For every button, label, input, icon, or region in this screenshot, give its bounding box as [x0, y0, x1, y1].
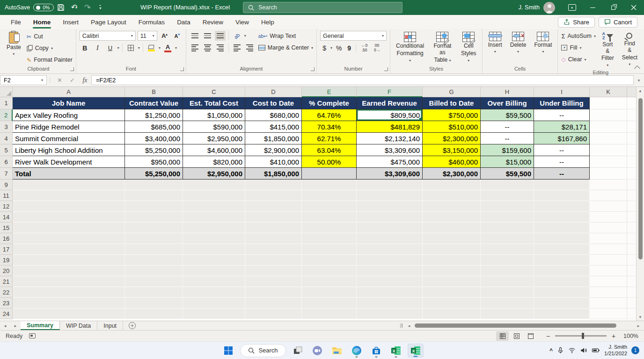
cell-H12[interactable] — [481, 201, 534, 212]
excel-active-button[interactable]: X — [408, 344, 424, 358]
cell-C2[interactable]: $1,050,000 — [183, 109, 245, 121]
align-middle-button[interactable] — [202, 31, 213, 41]
autosum-button[interactable]: Σ AutoSum ▾ — [561, 31, 595, 41]
cell-H1[interactable]: Over Billing — [481, 97, 534, 109]
cell-K9[interactable] — [590, 180, 627, 190]
font-color-button[interactable]: A — [162, 43, 173, 53]
cell-C12[interactable] — [183, 201, 245, 212]
cell-I12[interactable] — [534, 201, 590, 212]
cell-K11[interactable] — [590, 190, 627, 201]
zoom-slider-thumb[interactable] — [582, 333, 584, 339]
tab-view[interactable]: View — [229, 16, 255, 28]
cell-F3[interactable]: $481,829 — [357, 121, 423, 133]
cell-I19[interactable] — [534, 255, 590, 266]
row-header-17[interactable]: 17 — [0, 244, 13, 255]
customize-quick-access-button[interactable]: ▾ — [94, 1, 106, 14]
chat-button[interactable] — [309, 344, 325, 358]
font-size-combo[interactable]: 11 ▾ — [138, 31, 157, 41]
sort-filter-button[interactable]: AZ Sort & Filter ▾ — [599, 31, 616, 69]
cell-H20[interactable] — [481, 266, 534, 276]
align-right-button[interactable] — [215, 43, 226, 53]
font-name-combo[interactable]: Calibri ▾ — [80, 31, 136, 41]
cell-K5[interactable] — [590, 144, 627, 156]
cell-C7[interactable]: $2,950,000 — [183, 168, 245, 180]
column-header-C[interactable]: C — [183, 87, 245, 97]
cell-G5[interactable]: $3,150,000 — [423, 144, 481, 156]
normal-view-button[interactable] — [496, 331, 509, 341]
cell-A2[interactable]: Apex Valley Roofing — [13, 109, 125, 121]
cell-D14[interactable] — [245, 212, 302, 223]
scroll-left-button[interactable]: ◂ — [405, 323, 413, 328]
cell-D19[interactable] — [245, 255, 302, 266]
scroll-right-button[interactable]: ▸ — [635, 323, 642, 328]
insert-cells-button[interactable]: Insert ▾ — [486, 31, 505, 55]
horizontal-scroll-thumb[interactable] — [415, 323, 616, 328]
cell-F15[interactable] — [357, 223, 423, 233]
cell-A1[interactable]: Job Name — [13, 97, 125, 109]
zoom-in-button[interactable]: + — [610, 332, 617, 340]
cell-A24[interactable] — [13, 309, 125, 319]
cell-G16[interactable] — [423, 233, 481, 244]
format-cells-button[interactable]: Format ▾ — [532, 31, 554, 55]
cell-G24[interactable] — [423, 309, 481, 319]
cell-K16[interactable] — [590, 233, 627, 244]
italic-button[interactable]: I — [92, 43, 103, 53]
cell-D4[interactable]: $1,850,000 — [245, 133, 302, 144]
cell-C14[interactable] — [183, 212, 245, 223]
cell-A5[interactable]: Liberty High School Addition — [13, 144, 125, 156]
task-view-button[interactable] — [290, 344, 306, 358]
align-left-button[interactable] — [190, 43, 200, 53]
sheet-tab-input[interactable]: Input — [97, 321, 123, 330]
row-header-11[interactable]: 11 — [0, 190, 13, 201]
cell-C3[interactable]: $590,000 — [183, 121, 245, 133]
cell-F16[interactable] — [357, 233, 423, 244]
fill-handle[interactable] — [419, 118, 422, 120]
cell-A15[interactable] — [13, 223, 125, 233]
cell-B6[interactable]: $950,000 — [125, 156, 183, 168]
align-top-button[interactable] — [190, 31, 200, 41]
cell-E23[interactable] — [302, 298, 357, 309]
formula-input[interactable]: =F2/E2 — [91, 75, 634, 85]
cell-K7[interactable] — [590, 168, 627, 180]
cell-D23[interactable] — [245, 298, 302, 309]
cell-I22[interactable] — [534, 287, 590, 298]
cell-H5[interactable]: $159,600 — [481, 144, 534, 156]
cell-styles-button[interactable]: Cell Styles ▾ — [459, 31, 479, 64]
cell-K24[interactable] — [590, 309, 627, 319]
cell-H17[interactable] — [481, 244, 534, 255]
cell-E11[interactable] — [302, 190, 357, 201]
cell-H22[interactable] — [481, 287, 534, 298]
cell-G3[interactable]: $510,000 — [423, 121, 481, 133]
cell-C20[interactable] — [183, 266, 245, 276]
row-header-1[interactable]: 1 — [0, 97, 13, 109]
merge-center-button[interactable]: Marge & Center ▾ — [258, 43, 313, 52]
borders-button[interactable] — [125, 43, 136, 53]
cell-H24[interactable] — [481, 309, 534, 319]
cell-I5[interactable]: -- — [534, 144, 590, 156]
cell-F6[interactable]: $475,000 — [357, 156, 423, 168]
cell-B9[interactable] — [125, 180, 183, 190]
column-header-I[interactable]: I — [534, 87, 590, 97]
cell-E9[interactable] — [302, 180, 357, 190]
comments-button[interactable]: Canort — [599, 17, 637, 28]
start-button[interactable] — [220, 344, 236, 358]
cell-C19[interactable] — [183, 255, 245, 266]
cell-D20[interactable] — [245, 266, 302, 276]
page-layout-view-button[interactable] — [510, 331, 523, 341]
tab-insert[interactable]: Insert — [57, 16, 85, 28]
cell-A22[interactable] — [13, 287, 125, 298]
cell-I1[interactable]: Under Billing — [534, 97, 590, 109]
zoom-out-button[interactable]: − — [545, 332, 551, 340]
decrease-decimal-button[interactable]: 000→ — [372, 43, 382, 53]
tab-help[interactable]: Help — [255, 16, 280, 28]
fill-color-button[interactable] — [146, 43, 157, 53]
cell-H2[interactable]: $59,500 — [481, 109, 534, 121]
cell-H11[interactable] — [481, 190, 534, 201]
cell-F22[interactable] — [357, 287, 423, 298]
cell-E14[interactable] — [302, 212, 357, 223]
cell-B2[interactable]: $1,250,000 — [125, 109, 183, 121]
cell-A3[interactable]: Pine Ridge Remodel — [13, 121, 125, 133]
cell-D12[interactable] — [245, 201, 302, 212]
tab-splitter-handle[interactable] — [397, 323, 405, 328]
cell-K12[interactable] — [590, 201, 627, 212]
